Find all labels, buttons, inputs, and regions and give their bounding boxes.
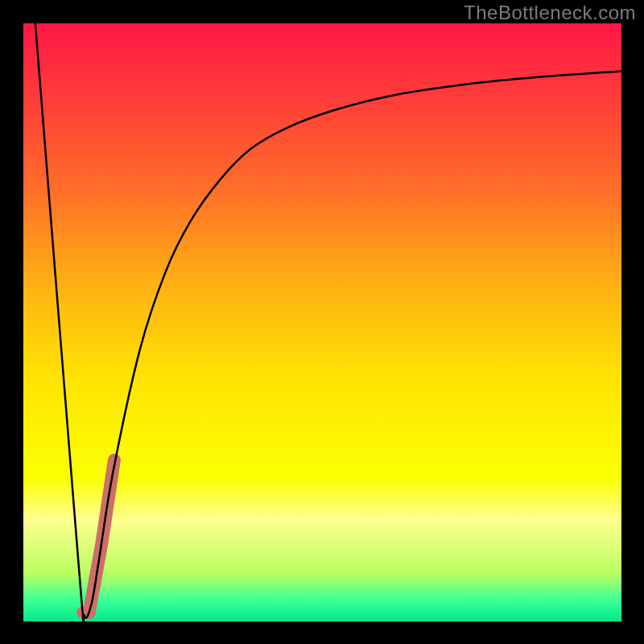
chart-stage: TheBottleneck.com xyxy=(0,0,644,644)
bottleneck-chart xyxy=(0,0,644,644)
watermark-text: TheBottleneck.com xyxy=(464,2,636,24)
